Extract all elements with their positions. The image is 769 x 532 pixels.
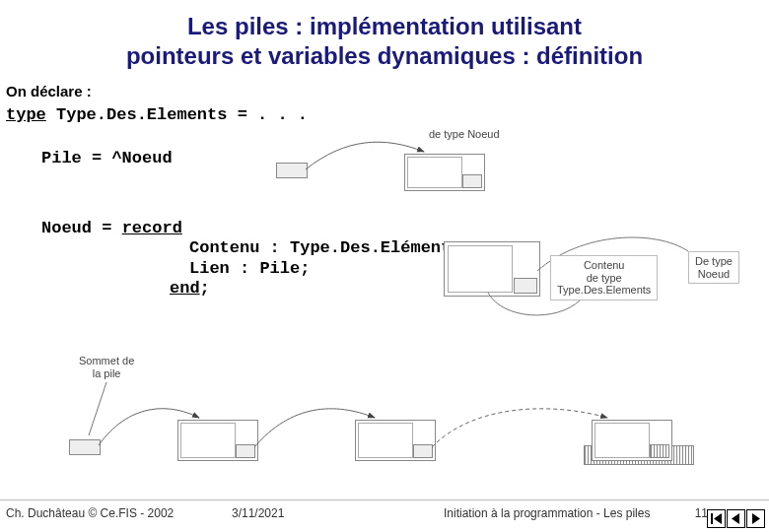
- title-line-1: Les piles : implémentation utilisant: [187, 13, 582, 39]
- next-icon: [750, 513, 761, 524]
- footer-author: Ch. Duchâteau © Ce.FIS - 2002: [6, 506, 174, 520]
- code-type-line: type Type.Des.Elements = . . .: [0, 100, 769, 125]
- nav-prev-button[interactable]: [727, 509, 745, 528]
- noeud-box-detail: [444, 241, 540, 297]
- kw-end: end: [170, 279, 200, 298]
- label-sommet: Sommet de la pile: [79, 355, 134, 379]
- end-semi: ;: [200, 279, 210, 298]
- noeud-box-top: [404, 154, 485, 191]
- list-node-2-contenu: [358, 423, 413, 458]
- type-rest: Type.Des.Elements = . . .: [46, 105, 308, 124]
- skip-first-icon: [711, 513, 722, 524]
- footer-page-number: 11: [695, 506, 708, 520]
- contenu-sub-detail: [448, 245, 513, 293]
- sommet-ptr: [69, 439, 101, 455]
- list-node-2: [355, 420, 436, 461]
- list-node-1: [177, 420, 258, 461]
- record-line-2: Lien : Pile;: [41, 259, 310, 279]
- list-node-1-lien: [236, 444, 255, 458]
- footer-course: Initiation à la programmation - Les pile…: [444, 506, 650, 520]
- contenu-sub-top: [407, 157, 462, 188]
- lien-sub-detail: [514, 278, 537, 294]
- list-node-3-contenu: [594, 423, 650, 458]
- svg-rect-1: [711, 513, 713, 524]
- kw-type: type: [6, 105, 46, 124]
- svg-line-0: [89, 382, 106, 435]
- diagram-linked-list: Sommet de la pile: [20, 355, 749, 493]
- list-node-2-lien: [413, 444, 433, 458]
- slide-title: Les piles : implémentation utilisant poi…: [0, 0, 769, 77]
- lien-sub-top: [462, 174, 482, 188]
- declare-label: On déclare :: [0, 77, 769, 100]
- record-line-1: Contenu : Type.Des.Eléments;: [41, 238, 471, 258]
- nav-buttons: [707, 509, 765, 528]
- list-node-3-nil: [650, 444, 669, 458]
- diagram-noeud-detail: Contenu de type Type.Des.Elements De typ…: [434, 222, 759, 330]
- footer-date: 3/11/2021: [232, 506, 284, 520]
- nav-first-button[interactable]: [707, 509, 726, 528]
- kw-record: record: [122, 219, 182, 237]
- prev-icon: [731, 513, 741, 524]
- label-contenu: Contenu de type Type.Des.Elements: [550, 255, 658, 300]
- slide-footer: Ch. Duchâteau © Ce.FIS - 2002 3/11/2021 …: [0, 499, 769, 526]
- list-node-3: [592, 420, 672, 461]
- ptr-box-small: [276, 163, 308, 178]
- title-line-2: pointeurs et variables dynamiques : défi…: [126, 42, 643, 69]
- noeud-eq: Noeud =: [41, 219, 122, 237]
- nav-next-button[interactable]: [746, 509, 765, 528]
- list-node-1-contenu: [180, 423, 236, 458]
- label-de-type-noeud-2: De type Noeud: [688, 251, 739, 284]
- label-de-type-noeud: de type Noeud: [429, 128, 500, 141]
- diagram-pile-noeud: de type Noeud: [276, 128, 532, 207]
